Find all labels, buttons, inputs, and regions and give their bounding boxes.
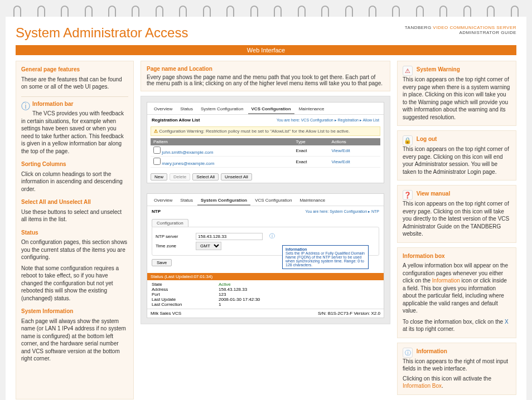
logout-icon: 🔒	[403, 135, 413, 145]
shot-tab: Maintenance	[296, 196, 328, 206]
text: A yellow information box will appear on …	[403, 262, 511, 315]
text: Clicking on this icon will activate the …	[403, 375, 511, 390]
cell-pattern: john.smith@example.com	[162, 150, 213, 155]
th-actions: Actions	[329, 138, 380, 145]
tz-select[interactable]: GMT	[196, 242, 221, 250]
heading-select-unselect: Select All and Unselect All	[21, 198, 128, 206]
shot-title-text: Registration Allow List	[152, 118, 200, 123]
cell-actions: View/Edit	[329, 145, 380, 157]
shot-tab: VCS Configuration	[252, 196, 295, 206]
text: This icon appears on the top right corne…	[403, 200, 511, 238]
config-warning: ⚠ Configuration Warning: Restriction pol…	[151, 126, 380, 136]
heading-information-box: Information box	[403, 252, 511, 260]
cell-type: Exact	[293, 157, 328, 168]
screenshot-ntp: Overview Status System Configuration VCS…	[147, 193, 384, 318]
text: Every page shows the page name and the m…	[147, 74, 384, 86]
new-button[interactable]: New	[151, 173, 167, 181]
text: Use these buttons to select and unselect…	[21, 208, 128, 223]
shot-tab: Status	[177, 196, 196, 206]
left-column: General page features These are the feat…	[16, 61, 134, 399]
screenshot-allow-list: Overview Status System Configuration VCS…	[147, 102, 384, 183]
table-row: mary.jones@example.comExactView/Edit	[151, 157, 380, 168]
link-information-box[interactable]: Information Box	[403, 383, 442, 389]
page-body: System Administrator Access TANDBERG VID…	[6, 17, 526, 400]
shot-tab: Overview	[151, 105, 176, 114]
heading-status: Status	[21, 229, 128, 237]
heading-system-warning: System Warning	[417, 66, 460, 72]
info-icon: ⓘ	[21, 100, 30, 113]
link-x[interactable]: X	[505, 319, 509, 325]
heading-information: Information	[417, 348, 447, 354]
link-information[interactable]: Information	[432, 277, 460, 284]
unselect-all-button[interactable]: Unselect All	[221, 173, 252, 181]
delete-button[interactable]: Delete	[170, 173, 190, 181]
brand-name: TANDBERG	[405, 25, 433, 30]
warning-icon: ⚠	[403, 66, 413, 76]
cell-actions: View/Edit	[329, 157, 380, 168]
tz-label: Time zone	[156, 243, 189, 248]
heading-general-page-features: General page features	[21, 66, 128, 74]
warning-text: Configuration Warning: Restriction polic…	[159, 129, 350, 134]
ntp-label: NTP server	[156, 234, 189, 239]
text: This icon appears on the top right corne…	[403, 145, 511, 175]
warning-icon: ⚠	[154, 129, 158, 134]
text: To close the information box, click on t…	[403, 318, 511, 333]
ntp-input[interactable]	[196, 233, 263, 240]
heading-page-name-location: Page name and Location	[147, 66, 384, 72]
status-rows: StateActive Address158.43.128.33 Port123…	[147, 280, 384, 309]
info-box: InformationSets the IP Address or Fully …	[282, 245, 369, 269]
system-name: Milk Sales VCS	[151, 311, 181, 316]
brand-header: TANDBERG VIDEO COMMUNICATIONS SERVER ADM…	[405, 25, 516, 35]
text: These are the features that can be found…	[21, 76, 128, 91]
row-checkbox[interactable]	[153, 147, 161, 154]
text: Note that some configuration requires a …	[21, 265, 128, 303]
heading-system-info: System Information	[21, 308, 128, 315]
text: This icon appears to the right of most i…	[403, 358, 511, 373]
shot-tab: System Configuration	[197, 196, 250, 206]
shot-tab: Status	[177, 105, 196, 114]
cell-pattern: mary.jones@example.com	[162, 161, 214, 166]
text: Each page will always show the system na…	[21, 318, 128, 363]
th-pattern: Pattern	[151, 138, 293, 145]
right-column: ⚠ System Warning This icon appears on th…	[397, 61, 516, 399]
th-type: Type	[293, 138, 328, 145]
guide-type: ADMINISTRATOR GUIDE	[405, 30, 516, 35]
shot-tab: Overview	[151, 196, 176, 206]
shot-tab: VCS Configuration	[248, 105, 294, 114]
configuration-tab: Configuration	[152, 219, 188, 227]
breadcrumb: You are here: VCS Configuration ▸ Regist…	[277, 118, 379, 123]
text: This icon appears on the top right corne…	[403, 76, 511, 121]
product-name: VIDEO COMMUNICATIONS SERVER	[433, 25, 516, 30]
heading-sorting-columns: Sorting Columns	[21, 160, 128, 168]
text: Click on column headings to sort the inf…	[21, 170, 128, 193]
select-all-button[interactable]: Select All	[192, 173, 219, 181]
ring-binder	[0, 0, 532, 17]
info-icon[interactable]: ⓘ	[269, 232, 275, 240]
screenshot-area: Overview Status System Configuration VCS…	[141, 96, 390, 324]
status-bar: Status (Last Updated:07:01:34)	[147, 273, 384, 280]
breadcrumb: You are here: System Configuration ▸ NTP	[305, 209, 379, 214]
shot-title-text: NTP	[152, 209, 161, 214]
manual-icon: ❓	[403, 190, 413, 200]
allow-list-table: PatternTypeActions john.smith@example.co…	[151, 138, 380, 168]
shot-tab: Maintenance	[296, 105, 328, 114]
page-title: System Administrator Access	[16, 25, 188, 41]
text: The VCS provides you with feedback in ce…	[21, 110, 128, 155]
save-button[interactable]: Save	[152, 259, 172, 266]
text: On configuration pages, this section sho…	[21, 238, 128, 261]
info-icon: ⓘ	[403, 348, 413, 358]
heading-information-bar: Information bar	[21, 100, 128, 108]
row-checkbox[interactable]	[153, 158, 161, 165]
middle-column: Page name and Location Every page shows …	[141, 61, 390, 399]
heading-view-manual: View manual	[417, 191, 450, 197]
section-bar: Web Interface	[16, 45, 516, 55]
system-version: S/N: B1S-2C73-F Version: X2.0	[318, 311, 380, 316]
table-row: john.smith@example.comExactView/Edit	[151, 145, 380, 157]
cell-type: Exact	[293, 145, 328, 157]
heading-log-out: Log out	[417, 136, 437, 142]
shot-tab: System Configuration	[197, 105, 246, 114]
